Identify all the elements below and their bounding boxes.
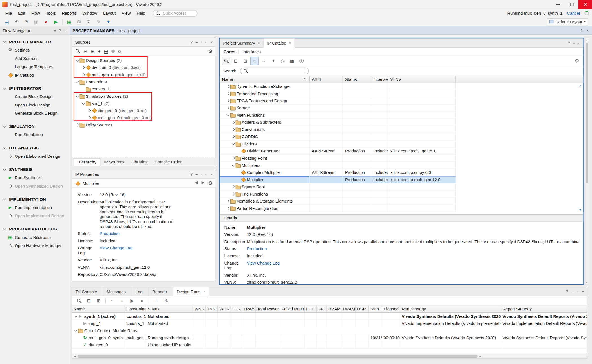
design-run-row[interactable]: impl_1 constrs_1 Not started Vivado Impl…: [72, 320, 587, 327]
link-icon[interactable]: ◎: [279, 57, 287, 65]
run-button[interactable]: ▶: [51, 18, 60, 26]
runs-column-header[interactable]: Elapsed: [382, 306, 400, 312]
source-tree-item[interactable]: sim_1 (2): [72, 100, 216, 107]
runs-column-header[interactable]: FF: [317, 306, 327, 312]
runs-column-header[interactable]: Report Strategy: [501, 306, 587, 312]
group-view-icon[interactable]: ∷: [260, 57, 268, 65]
search-icon[interactable]: [222, 57, 230, 65]
flow-nav-entry[interactable]: IMPLEMENTATION: [0, 195, 69, 203]
runs-help-icon[interactable]: ?: [566, 290, 568, 293]
ipp-help-icon[interactable]: ?: [191, 172, 193, 176]
scroll-down-icon[interactable]: ▾: [585, 280, 589, 285]
flow-nav-entry[interactable]: Language Templates: [0, 63, 69, 71]
tab-close-icon[interactable]: ×: [289, 41, 291, 45]
sources-minimize-icon[interactable]: –: [196, 40, 198, 44]
runs-column-header[interactable]: LUT: [305, 306, 317, 312]
hierarchy-view-icon[interactable]: ≡: [250, 57, 259, 65]
flow-nav-entry[interactable]: Run Implementation: [0, 203, 69, 212]
catalog-row[interactable]: Conversions: [220, 126, 456, 133]
flow-nav-minimize-icon[interactable]: –: [64, 28, 66, 32]
tree-expander-icon[interactable]: [231, 141, 236, 146]
runs-column-header[interactable]: Constraints: [125, 306, 146, 312]
menu-item[interactable]: Flow: [28, 10, 43, 16]
source-tree-item[interactable]: Design Sources (2): [72, 57, 216, 64]
ipp-close-icon[interactable]: ×: [210, 172, 213, 176]
sources-close-icon[interactable]: ×: [210, 40, 213, 44]
catalog-row[interactable]: Dynamic Function eXchange: [220, 83, 456, 90]
tree-expander-icon[interactable]: [81, 101, 86, 105]
source-tree-item[interactable]: mult_gen_0 (mult_gen_0.xci): [72, 114, 216, 121]
expand-all-icon[interactable]: ⊞: [94, 297, 103, 305]
column-header-license[interactable]: License: [371, 76, 388, 83]
runs-column-header[interactable]: THS: [230, 306, 242, 312]
runs-column-header[interactable]: Run Strategy: [400, 306, 501, 312]
runs-column-header[interactable]: TPWS: [242, 306, 255, 312]
tree-expander-icon[interactable]: [231, 127, 236, 132]
catalog-float-icon[interactable]: ⌐: [578, 41, 580, 45]
flow-nav-entry[interactable]: RTL ANALYSIS: [0, 144, 69, 152]
column-header-status[interactable]: Status: [343, 76, 371, 83]
cancel-link[interactable]: Cancel: [567, 11, 580, 15]
menu-item[interactable]: View: [119, 10, 134, 16]
scroll-up-hint-icon[interactable]: ▴: [579, 83, 581, 87]
reset-runs-icon[interactable]: ⇤: [108, 297, 116, 305]
document-tab[interactable]: Project Summary ×: [220, 39, 264, 47]
tree-expander-icon[interactable]: [226, 99, 230, 103]
catalog-help-icon[interactable]: ?: [568, 41, 570, 45]
ipp-float-icon[interactable]: ⌐: [205, 172, 207, 176]
tree-expander-icon[interactable]: [231, 156, 236, 160]
tree-expander-icon[interactable]: [226, 113, 230, 117]
tree-expander-icon[interactable]: [231, 120, 236, 125]
column-header-name[interactable]: Name ^1: [220, 76, 310, 83]
flow-nav-entry[interactable]: PROGRAM AND DEBUG: [0, 225, 69, 233]
step-back-icon[interactable]: «: [118, 297, 126, 305]
catalog-row[interactable]: Memories & Storage Elements: [220, 198, 456, 205]
runs-column-header[interactable]: BRAM: [327, 306, 341, 312]
bottom-tab[interactable]: Design Runs ×: [173, 287, 209, 296]
launch-runs-icon[interactable]: ▶: [128, 297, 136, 305]
tree-expander-icon[interactable]: [87, 108, 92, 113]
report-button[interactable]: Σ: [84, 18, 93, 26]
tree-expander-icon[interactable]: [231, 185, 236, 189]
tab-close-icon[interactable]: ×: [203, 289, 205, 294]
tab-interfaces[interactable]: Interfaces: [242, 49, 261, 54]
flow-nav-entry[interactable]: PROJECT MANAGER: [0, 38, 69, 46]
forward-icon[interactable]: ▶: [202, 181, 204, 186]
runs-column-header[interactable]: Name: [72, 306, 125, 312]
catalog-row[interactable]: Complex Multiplier AXI4-Stream Productio…: [220, 169, 456, 176]
catalog-row[interactable]: Multiplier Production Included xilinx.co…: [220, 176, 456, 183]
tree-expander-icon[interactable]: [74, 328, 78, 333]
sources-tab[interactable]: IP Sources: [101, 159, 128, 166]
flow-nav-entry[interactable]: SYNTHESIS: [0, 165, 69, 174]
flow-nav-entry[interactable]: Open Elaborated Design: [0, 152, 69, 160]
workspace-close-icon[interactable]: ×: [586, 28, 589, 32]
tree-expander-icon[interactable]: [75, 123, 80, 127]
quick-access-input[interactable]: [162, 11, 193, 16]
create-run-icon[interactable]: +: [152, 297, 160, 305]
runs-minimize-icon[interactable]: –: [572, 290, 574, 293]
cancel-run-button[interactable]: ×: [41, 18, 50, 26]
minimize-button[interactable]: [551, 0, 565, 9]
sources-tab[interactable]: Hierarchy: [74, 158, 100, 166]
tree-expander-icon[interactable]: [81, 72, 86, 77]
flow-nav-entry[interactable]: Create Block Design: [0, 92, 69, 101]
menu-item[interactable]: Edit: [15, 10, 28, 16]
catalog-row[interactable]: CORDIC: [220, 133, 456, 140]
tree-expander-icon[interactable]: [226, 106, 230, 110]
workspace-help-icon[interactable]: ?: [580, 28, 582, 32]
menu-item[interactable]: Reports: [59, 10, 79, 16]
menu-item[interactable]: Window: [79, 10, 100, 16]
layout-selector[interactable]: Default Layout ▾: [547, 18, 588, 25]
tree-expander-icon[interactable]: [231, 192, 236, 196]
customize-ip-icon[interactable]: ✦: [269, 57, 277, 65]
catalog-row[interactable]: Math Functions: [220, 112, 456, 119]
flow-nav-entry[interactable]: Open Block Design: [0, 101, 69, 109]
bottom-tab[interactable]: Log: [132, 287, 149, 296]
tree-expander-icon[interactable]: [231, 163, 236, 168]
bottom-tab[interactable]: Messages: [103, 287, 132, 296]
undo-button[interactable]: ↶: [12, 18, 21, 26]
collapse-all-icon[interactable]: ⊟: [83, 49, 87, 53]
catalog-row[interactable]: Trig Functions: [220, 190, 456, 197]
catalog-row[interactable]: Multipliers: [220, 162, 456, 169]
sources-tab[interactable]: Libraries: [128, 159, 151, 166]
